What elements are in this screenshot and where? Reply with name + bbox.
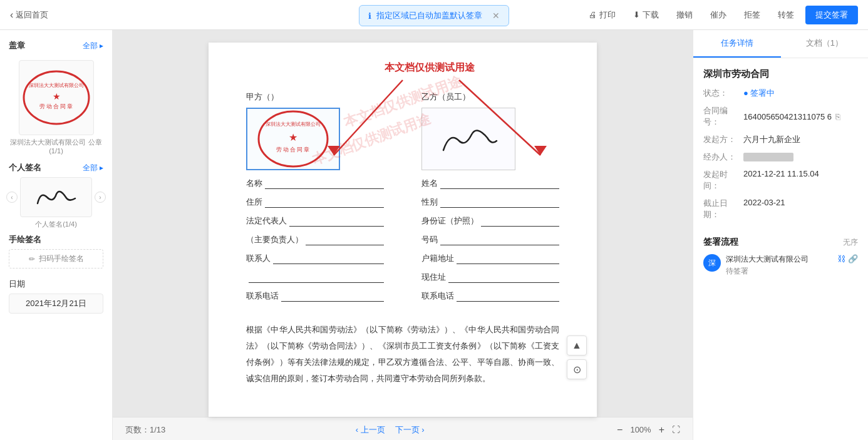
svg-text:劳动合同章: 劳动合同章 xyxy=(39,103,73,110)
copy-contract-no-button[interactable]: ⎘ xyxy=(835,112,840,121)
right-panel: 任务详情 文档（1） 深圳市劳动合同 状态： ● 签署中 合同编号： 16400… xyxy=(693,30,868,440)
svg-text:★: ★ xyxy=(52,91,60,101)
handler-value xyxy=(743,151,858,163)
personal-sign-title: 个人签名 xyxy=(9,162,41,173)
svg-text:深圳法大大测试有限公司: 深圳法大大测试有限公司 xyxy=(266,121,321,127)
field-id-num: 号码 xyxy=(421,234,559,245)
sender-key: 发起方： xyxy=(703,134,743,145)
document-page: 本文档仅供测试用途 本文档仅供测试用途 本文档仅供测试用途 甲方（） xyxy=(209,43,597,417)
deadline-key: 截止日期： xyxy=(703,198,743,220)
contract-no-value: 164005650421311075 6 ⎘ xyxy=(743,105,858,128)
company-seal-placeholder[interactable]: 深圳法大大测试有限公司 ★ 劳动合同章 xyxy=(246,108,340,170)
zoom-controls: − 100% + ⛶ xyxy=(614,424,680,436)
personal-sign-all-link[interactable]: 全部 ▸ xyxy=(83,163,103,173)
document-area: 本文档仅供测试用途 本文档仅供测试用途 本文档仅供测试用途 甲方（） xyxy=(113,30,693,440)
company-seal-label: 深圳法大大测试有限公司 公章(1/1) xyxy=(6,138,106,155)
detail-send-time-row: 发起时间： 2021-12-21 11.15.04 xyxy=(703,169,858,192)
send-time-value: 2021-12-21 11.15.04 xyxy=(743,169,858,192)
fit-icon[interactable]: ⛶ xyxy=(672,425,680,434)
svg-text:深圳法大大测试有限公司: 深圳法大大测试有限公司 xyxy=(29,83,84,88)
personal-sign-placeholder[interactable] xyxy=(421,108,515,170)
party-a-block: 甲方（） 深圳法大大测试有限公司 ★ 劳动合同章 名称 xyxy=(246,91,384,309)
toast-info-icon: ℹ xyxy=(368,11,371,21)
personal-sign-header: 个人签名 全部 ▸ xyxy=(0,160,112,177)
doc-paragraph: 根据《中华人民共和国劳动法》（以下简称《劳动法》）、《中华人民共和国劳动合同法》… xyxy=(246,322,559,387)
doc-personal-sig-svg xyxy=(434,119,503,160)
toast-message: 指定区域已自动加盖默认签章 xyxy=(376,10,482,21)
scroll-up-button[interactable]: ▲ xyxy=(567,335,587,356)
submit-sign-button[interactable]: 提交签署 xyxy=(805,6,858,24)
flow-status: 待签署 xyxy=(726,266,832,277)
transfer-button[interactable]: 转签 xyxy=(772,7,800,23)
company-seal-svg: 深圳法大大测试有限公司 ★ 劳动合同章 xyxy=(22,69,91,126)
main-layout: 盖章 全部 ▸ 深圳法大大测试有限公司 ★ 劳动合同章 深圳法大大测试有限公司 … xyxy=(0,30,868,440)
back-button[interactable]: ‹ 返回首页 xyxy=(10,9,48,21)
company-seal-item[interactable]: 深圳法大大测试有限公司 ★ 劳动合同章 深圳法大大测试有限公司 公章(1/1) xyxy=(0,55,112,160)
status-value: ● 签署中 xyxy=(743,88,858,99)
flow-company-name: 深圳法大大测试有限公司 xyxy=(726,254,832,265)
field-address-left: 住所 xyxy=(246,197,384,208)
sign-prev-button[interactable]: ‹ xyxy=(6,192,18,203)
handler-blurred xyxy=(743,153,793,161)
download-button[interactable]: ⬇ 下载 xyxy=(627,7,665,23)
task-detail-content: 深圳市劳动合同 状态： ● 签署中 合同编号： 1640056504213110… xyxy=(693,58,868,237)
toast-close-button[interactable]: ✕ xyxy=(492,11,500,21)
tab-document[interactable]: 文档（1） xyxy=(781,30,869,58)
seal-all-link[interactable]: 全部 ▸ xyxy=(83,41,103,51)
tab-task-detail[interactable]: 任务详情 xyxy=(693,30,781,58)
field-main-responsible: （主要负责人） xyxy=(246,234,384,245)
detail-handler-row: 经办人： xyxy=(703,151,858,163)
flow-info: 深圳法大大测试有限公司 待签署 xyxy=(726,254,832,277)
next-page-button[interactable]: 下一页 › xyxy=(395,424,425,436)
field-phone-left: 联系电话 xyxy=(246,290,384,302)
personal-signature-svg xyxy=(31,185,81,210)
sign-flow-extra: 无序 xyxy=(843,237,858,248)
print-button[interactable]: 🖨 打印 xyxy=(582,7,622,23)
flow-actions: ⛓ 🔗 xyxy=(837,254,858,263)
revoke-button[interactable]: 撤销 xyxy=(670,7,699,23)
zoom-in-button[interactable]: + xyxy=(656,424,667,436)
parties-row: 甲方（） 深圳法大大测试有限公司 ★ 劳动合同章 名称 xyxy=(246,91,559,309)
urge-button[interactable]: 催办 xyxy=(704,7,733,23)
field-contact-left: 联系人 xyxy=(246,253,384,264)
contract-no-key: 合同编号： xyxy=(703,105,743,128)
prev-page-button[interactable]: ‹ 上一页 xyxy=(356,424,385,436)
detail-deadline-row: 截止日期： 2022-03-21 xyxy=(703,198,858,220)
flow-link-icon[interactable]: ⛓ xyxy=(837,254,845,263)
seal-title: 盖章 xyxy=(9,40,25,51)
detail-sender-row: 发起方： 六月十九新企业 xyxy=(703,134,858,145)
field-id-card: 身份证（护照） xyxy=(421,215,559,227)
sign-next-button[interactable]: › xyxy=(95,192,106,203)
doc-annotation-top: 本文档仅供测试用途 xyxy=(385,61,475,74)
field-phone-right: 联系电话 xyxy=(421,290,559,302)
doc-bottom-bar: 页数：1/13 ‹ 上一页 下一页 › − 100% + ⛶ xyxy=(113,417,693,440)
field-name-right: 姓名 xyxy=(421,178,559,189)
right-panel-tabs: 任务详情 文档（1） xyxy=(693,30,868,58)
field-empty-left xyxy=(246,272,384,283)
party-a-title: 甲方（） xyxy=(246,91,384,103)
scroll-target-button[interactable]: ⊙ xyxy=(567,359,587,379)
date-value[interactable]: 2021年12月21日 xyxy=(9,294,103,314)
zoom-out-button[interactable]: − xyxy=(614,424,625,436)
toolbar-actions: 🖨 打印 ⬇ 下载 撤销 催办 拒签 转签 提交签署 xyxy=(582,6,858,24)
handwrite-section: 手绘签名 ✏ 扫码手绘签名 xyxy=(0,229,112,274)
party-b-title: 乙方（员工） xyxy=(421,91,559,103)
scan-sign-button[interactable]: ✏ 扫码手绘签名 xyxy=(9,249,103,269)
sender-value: 六月十九新企业 xyxy=(743,134,858,145)
date-title: 日期 xyxy=(9,279,103,290)
zoom-level: 100% xyxy=(630,425,651,434)
toast-notification: ℹ 指定区域已自动加盖默认签章 ✕ xyxy=(359,5,509,26)
sign-flow-section: 签署流程 无序 深 深圳法大大测试有限公司 待签署 ⛓ 🔗 xyxy=(693,237,868,292)
toast-content: ℹ 指定区域已自动加盖默认签章 ✕ xyxy=(359,5,509,26)
flow-chain-icon[interactable]: 🔗 xyxy=(848,254,858,263)
field-household: 户籍地址 xyxy=(421,253,559,264)
status-key: 状态： xyxy=(703,88,743,99)
download-icon: ⬇ xyxy=(633,10,640,19)
seal-section-header: 盖章 全部 ▸ xyxy=(0,38,112,55)
field-gender: 性别 xyxy=(421,197,559,208)
send-time-key: 发起时间： xyxy=(703,169,743,192)
flow-avatar: 深 xyxy=(703,254,721,272)
sign-flow-header: 签署流程 无序 xyxy=(703,237,858,248)
back-arrow-icon: ‹ xyxy=(10,9,13,21)
reject-button[interactable]: 拒签 xyxy=(738,7,767,23)
